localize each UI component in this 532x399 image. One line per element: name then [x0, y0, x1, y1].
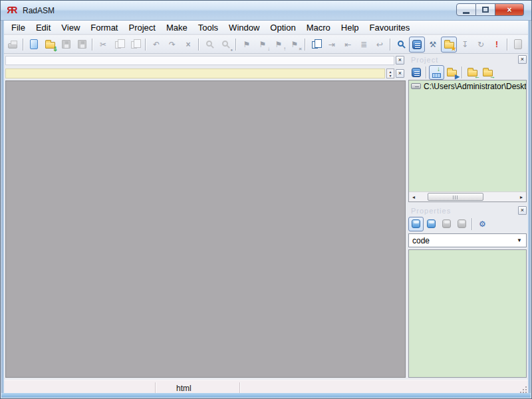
toolbar-separator [426, 66, 427, 78]
toggle-bookmark-button[interactable]: ⚑ [239, 37, 255, 53]
syntax-check-button[interactable] [393, 37, 409, 53]
wrap-button[interactable]: ↩ [372, 37, 388, 53]
properties-combo[interactable]: code ▼ [408, 233, 527, 247]
prop-view-4-button[interactable] [454, 217, 469, 231]
copy-button[interactable] [111, 37, 127, 53]
close-properties-pane-button[interactable]: × [518, 206, 527, 215]
properties-list-area[interactable] [408, 249, 527, 378]
collapsed-pane-top [5, 56, 394, 65]
properties-pane-caption: Properties [411, 207, 451, 215]
add-file-button[interactable]: ↓ [429, 65, 444, 80]
folder-back-button[interactable]: ← [465, 65, 480, 80]
redo-arrow-icon: ↷ [169, 41, 176, 49]
mdi-client-area [5, 80, 406, 378]
menu-window[interactable]: Window [223, 21, 265, 34]
build-button[interactable]: ↧ [457, 37, 473, 53]
tray-down-icon [432, 73, 441, 78]
toolbar-separator [462, 66, 463, 78]
paste-button[interactable] [127, 37, 143, 53]
browse-folder-button[interactable]: ▶ [444, 65, 460, 80]
refresh-properties-button[interactable]: ⚙ [475, 217, 490, 231]
find-in-files-button[interactable]: ● [217, 37, 233, 53]
open-file-button[interactable]: ⇩ [42, 37, 58, 53]
save-all-button[interactable] [74, 37, 90, 53]
close-icon: × [521, 207, 524, 213]
delete-x-icon: × [186, 41, 190, 49]
next-error-button[interactable]: ! [489, 37, 505, 53]
justify-button[interactable]: ≣ [356, 37, 372, 53]
indent-icon: ⇥ [329, 41, 335, 49]
scroll-left-arrow-icon[interactable]: ◂ [409, 192, 418, 202]
favourites-button[interactable]: ★ [441, 37, 457, 53]
paste-pages-icon [131, 41, 137, 49]
folder-forward-button[interactable]: → [480, 65, 495, 80]
horizontal-scrollbar[interactable]: ◂ ▸ [409, 192, 526, 201]
scrollbar-thumb[interactable] [428, 193, 483, 201]
print-button[interactable] [5, 37, 21, 53]
spin-down-icon[interactable]: ▾ [389, 74, 391, 78]
close-button[interactable]: × [495, 3, 524, 16]
run-button[interactable] [510, 37, 526, 53]
gray-square-icon [442, 219, 451, 228]
copy-special-button[interactable] [308, 37, 324, 53]
delete-button[interactable]: × [180, 37, 196, 53]
flag-icon: ⚑ [243, 41, 251, 49]
rebuild-button[interactable]: ↻ [473, 37, 489, 53]
statusbar-mode-text: html [176, 384, 192, 393]
combo-value: code [412, 236, 517, 245]
undo-arrow-icon: ↶ [153, 41, 160, 49]
menu-help[interactable]: Help [336, 21, 364, 34]
menu-option[interactable]: Option [265, 21, 301, 34]
menu-make[interactable]: Make [161, 21, 193, 34]
magnifier-globe-icon [222, 41, 228, 47]
menu-macro[interactable]: Macro [301, 21, 336, 34]
minimize-button[interactable] [456, 3, 476, 16]
project-path-item[interactable]: C:\Users\Administrator\Desktop [409, 80, 526, 92]
tools-button[interactable]: ⚒ [425, 37, 441, 53]
menu-edit[interactable]: Edit [31, 21, 56, 34]
menu-view[interactable]: View [56, 21, 85, 34]
cut-button[interactable]: ✂ [95, 37, 111, 53]
undo-button[interactable]: ↶ [148, 37, 164, 53]
window-controls: × [456, 3, 524, 16]
menu-favourites[interactable]: Favourites [364, 21, 416, 34]
menu-project[interactable]: Project [123, 21, 160, 34]
prop-view-3-button[interactable] [439, 217, 454, 231]
menu-tools[interactable]: Tools [193, 21, 223, 34]
project-browser[interactable]: C:\Users\Administrator\Desktop ◂ ▸ [408, 80, 527, 202]
menu-format[interactable]: Format [85, 21, 123, 34]
outdent-icon: ⇤ [344, 41, 351, 49]
toolbar-separator [145, 39, 146, 51]
scroll-right-arrow-icon[interactable]: ▸ [517, 192, 526, 202]
blue-list-icon [412, 40, 422, 49]
window-border-left [1, 21, 4, 398]
prev-bookmark-button[interactable]: ⚑↑ [271, 37, 287, 53]
redo-button[interactable]: ↷ [164, 37, 180, 53]
prop-view-2-button[interactable] [424, 217, 439, 231]
close-collapsed-pane-top-button[interactable]: × [396, 56, 404, 65]
prop-view-1-button[interactable] [408, 217, 424, 231]
indent-button[interactable]: ⇥ [324, 37, 340, 53]
drive-icon [411, 83, 421, 89]
save-button[interactable] [58, 37, 74, 53]
project-panel-toggle[interactable] [409, 37, 425, 53]
find-button[interactable] [201, 37, 217, 53]
outdent-button[interactable]: ⇤ [340, 37, 356, 53]
next-bookmark-button[interactable]: ⚑↓ [255, 37, 271, 53]
clear-bookmarks-button[interactable]: ⚑× [287, 37, 303, 53]
window-border-bottom [1, 393, 531, 398]
maximize-icon [482, 7, 489, 13]
magnifier-icon [206, 41, 212, 47]
close-collapsed-pane-info-button[interactable]: × [396, 69, 404, 78]
maximize-button[interactable] [476, 3, 495, 16]
new-file-button[interactable] [26, 37, 42, 53]
close-project-pane-button[interactable]: × [518, 55, 527, 64]
project-tree[interactable]: C:\Users\Administrator\Desktop [409, 80, 526, 192]
statusbar-divider [155, 382, 156, 394]
strip-spinner[interactable]: ▴▾ [386, 68, 394, 78]
properties-view-button[interactable] [408, 65, 424, 80]
menu-bar: FileEditViewFormatProjectMakeToolsWindow… [1, 21, 531, 35]
wrap-line-icon: ↩ [376, 41, 383, 49]
menu-file[interactable]: File [6, 21, 31, 34]
printer-icon [8, 43, 17, 49]
